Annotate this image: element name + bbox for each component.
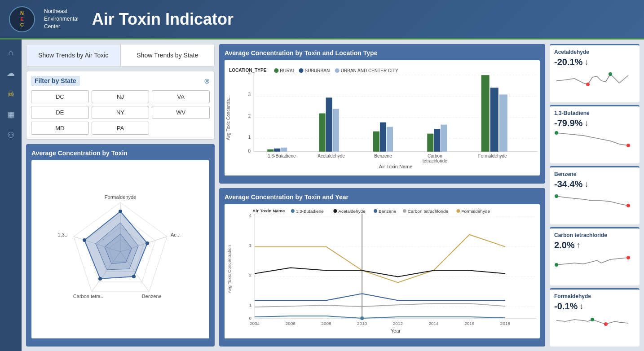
svg-text:2018: 2018 xyxy=(500,321,511,326)
svg-point-96 xyxy=(360,316,364,320)
svg-point-15 xyxy=(98,277,102,281)
svg-rect-49 xyxy=(373,132,379,152)
state-md[interactable]: MD xyxy=(31,122,89,135)
app-title: Air Toxin Indicator xyxy=(92,10,234,29)
svg-text:Avg Toxic Concentra...: Avg Toxic Concentra... xyxy=(226,96,231,140)
svg-text:2006: 2006 xyxy=(286,321,296,326)
svg-rect-42 xyxy=(274,149,280,152)
filter-title: Filter by State xyxy=(31,76,80,86)
cloud-icon[interactable]: ☁ xyxy=(2,65,19,82)
svg-point-97 xyxy=(586,83,590,86)
svg-point-70 xyxy=(403,209,406,213)
state-wv[interactable]: WV xyxy=(152,106,210,119)
state-ny[interactable]: NY xyxy=(92,106,150,119)
formaldehyde-card: Formaldehyde -0.1% ↓ xyxy=(550,288,640,347)
filter-clear-icon[interactable]: ⊗ xyxy=(204,77,210,85)
svg-point-101 xyxy=(555,194,558,198)
state-de[interactable]: DE xyxy=(31,106,89,119)
svg-text:2004: 2004 xyxy=(250,321,260,326)
svg-text:Year: Year xyxy=(391,328,401,333)
app-header: N E C Northeast Environmental Center Air… xyxy=(0,0,644,39)
filter-header: Filter by State ⊗ xyxy=(31,76,210,86)
svg-text:2: 2 xyxy=(249,273,252,278)
svg-point-98 xyxy=(609,72,612,76)
svg-text:1,3-Butadiene: 1,3-Butadiene xyxy=(296,209,324,214)
bar-chart-content: LOCATION_TYPE RURAL SUBURBAN URBAN AND C… xyxy=(225,60,540,176)
svg-text:3: 3 xyxy=(248,92,251,97)
home-icon[interactable]: ⌂ xyxy=(2,44,19,61)
svg-text:2010: 2010 xyxy=(357,321,367,326)
carbon-card: Carbon tetrachloride 2.0% ↑ xyxy=(550,227,640,285)
svg-text:1,3...: 1,3... xyxy=(58,232,69,237)
left-panel: Show Trends by Air Toxic Show Trends by … xyxy=(26,44,215,347)
svg-point-13 xyxy=(146,241,149,245)
svg-text:Benzene: Benzene xyxy=(379,209,397,214)
trend-button-group: Show Trends by Air Toxic Show Trends by … xyxy=(26,44,215,66)
radar-title: Average Concentration by Toxin xyxy=(31,149,209,157)
svg-text:RURAL: RURAL xyxy=(280,68,295,73)
radar-panel: Average Concentration by Toxin xyxy=(26,144,215,347)
hazard-icon[interactable]: ☠ xyxy=(2,85,19,102)
svg-point-27 xyxy=(335,68,340,73)
svg-point-100 xyxy=(626,144,630,147)
svg-text:4: 4 xyxy=(249,213,252,218)
state-grid: DC NJ VA DE NY WV MD PA xyxy=(31,90,210,135)
svg-text:Carbon: Carbon xyxy=(428,154,442,158)
svg-text:1: 1 xyxy=(248,135,251,140)
svg-point-104 xyxy=(626,256,630,259)
svg-rect-43 xyxy=(281,148,287,152)
svg-text:SUBURBAN: SUBURBAN xyxy=(305,68,330,73)
svg-text:Formaldehyde: Formaldehyde xyxy=(478,154,507,158)
carbon-card-title: Carbon tetrachloride xyxy=(554,232,635,238)
benzene-value: -34.4% xyxy=(554,179,582,189)
svg-text:0: 0 xyxy=(248,149,251,154)
svg-rect-54 xyxy=(434,129,440,152)
svg-point-64 xyxy=(291,209,295,213)
acetaldehyde-card: Acetaldehyde -20.1% ↓ xyxy=(550,44,640,102)
person-icon[interactable]: ⚇ xyxy=(2,127,19,144)
logo-e: E xyxy=(20,16,23,22)
svg-point-16 xyxy=(83,238,86,242)
building-icon[interactable]: ▦ xyxy=(2,106,19,123)
svg-text:Carbon tetra...: Carbon tetra... xyxy=(73,294,105,299)
svg-point-105 xyxy=(591,318,594,321)
logo: N E C xyxy=(9,6,35,32)
state-nj[interactable]: NJ xyxy=(92,90,150,103)
svg-point-72 xyxy=(456,209,460,213)
butadiene-value: -79.9% xyxy=(554,118,582,128)
svg-point-102 xyxy=(626,204,630,207)
svg-rect-51 xyxy=(387,127,393,152)
show-trends-state-button[interactable]: Show Trends by State xyxy=(121,44,215,66)
svg-text:1,3-Butadiene: 1,3-Butadiene xyxy=(268,154,296,158)
svg-text:Benzene: Benzene xyxy=(374,154,392,158)
state-dc[interactable]: DC xyxy=(31,90,89,103)
svg-point-99 xyxy=(555,131,558,135)
svg-point-66 xyxy=(333,209,337,213)
svg-text:4: 4 xyxy=(248,71,251,76)
line-chart-title: Average Concentration by Toxin and Year xyxy=(225,193,540,201)
state-va[interactable]: VA xyxy=(152,90,210,103)
svg-text:2016: 2016 xyxy=(464,321,475,326)
svg-rect-45 xyxy=(319,114,326,152)
carbon-value: 2.0% xyxy=(554,240,575,250)
svg-rect-53 xyxy=(427,134,433,152)
right-panel: Acetaldehyde -20.1% ↓ 1,3-Butadiene -79.… xyxy=(550,44,640,347)
svg-text:Formaldehyde: Formaldehyde xyxy=(461,209,490,214)
main-content: Show Trends by Air Toxic Show Trends by … xyxy=(22,39,644,351)
svg-point-25 xyxy=(299,68,303,73)
butadiene-arrow: ↓ xyxy=(584,118,588,128)
svg-text:Carbon tetrachloride: Carbon tetrachloride xyxy=(408,209,449,214)
show-trends-air-toxic-button[interactable]: Show Trends by Air Toxic xyxy=(26,44,121,66)
formaldehyde-value: -0.1% xyxy=(554,301,578,312)
svg-rect-58 xyxy=(481,75,490,151)
svg-text:2: 2 xyxy=(248,114,251,118)
org-name: Northeast Environmental Center xyxy=(44,8,79,30)
svg-text:Benzene: Benzene xyxy=(142,294,161,299)
bar-chart-panel: Average Concentration by Toxin and Locat… xyxy=(219,44,545,184)
svg-text:2012: 2012 xyxy=(393,321,403,326)
state-pa[interactable]: PA xyxy=(92,122,150,135)
svg-rect-50 xyxy=(380,123,386,152)
benzene-card: Benzene -34.4% ↓ xyxy=(550,166,640,224)
benzene-arrow: ↓ xyxy=(584,180,588,189)
radar-chart: Formaldehyde Ac... Benzene Carbon tetra.… xyxy=(31,160,209,338)
